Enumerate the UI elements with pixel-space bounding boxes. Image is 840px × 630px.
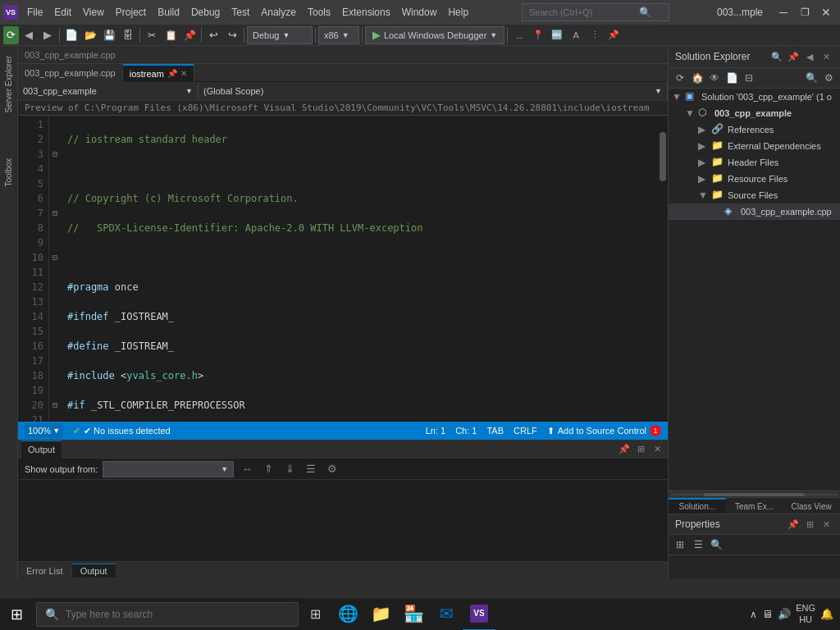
se-auto-hide-button[interactable]: ◀ [802,49,817,64]
scrollbar-thumb[interactable] [660,132,666,181]
output-tab-label[interactable]: Output [21,441,62,459]
menu-tools[interactable]: Tools [302,5,336,20]
menu-view[interactable]: View [77,5,110,20]
cut-button[interactable]: ✂ [143,26,161,44]
references-node[interactable]: ▶ 🔗 References [669,121,840,138]
new-file-button[interactable]: 📄 [62,26,80,44]
copy-button[interactable]: 📋 [162,26,180,44]
add-source-control[interactable]: ⬆ Add to Source Control 1 [547,425,661,436]
platform-dropdown[interactable]: x86▼ [318,26,359,44]
back-button[interactable]: ⟳ [3,26,19,44]
class-view-tab[interactable]: Class View [783,498,840,514]
start-button[interactable]: ⊞ [0,598,33,631]
se-pin-button[interactable]: 📌 [786,49,801,64]
run-button[interactable]: ▶ Local Windows Debugger ▼ [365,26,504,44]
save-button[interactable]: 💾 [100,26,118,44]
se-show-all-button[interactable]: 👁 [706,70,723,86]
clear-output-button[interactable]: ☰ [303,461,319,477]
properties-pin-button[interactable]: ⊞ [802,517,817,532]
toolbar-extra-6[interactable]: 📌 [605,26,623,44]
config-dropdown[interactable]: Debug▼ [247,26,313,44]
properties-close-button[interactable]: ✕ [819,517,833,532]
output-float-button[interactable]: 📌 [617,442,632,457]
menu-edit[interactable]: Edit [48,5,77,20]
tray-lang[interactable]: ENG HU [796,603,815,624]
fold-7[interactable]: ⊟ [49,206,61,221]
scope-selector[interactable]: (Global Scope) ▼ [199,82,668,100]
cpp-file-node[interactable]: ◈ 003_cpp_example.cpp [669,203,840,220]
find-output-button[interactable]: ⇑ [260,461,276,477]
menu-extensions[interactable]: Extensions [336,5,396,20]
search-taskbar[interactable]: 🔍 [36,602,299,627]
toolbar-extra-2[interactable]: 📍 [529,26,547,44]
toolbox-tab[interactable]: Toolbox [2,152,16,193]
wrap-output-button[interactable]: ↔ [239,461,255,477]
copy-output-button[interactable]: ⇓ [281,461,298,477]
prop-search-button[interactable]: 🔍 [708,536,724,553]
search-input[interactable] [529,7,636,17]
project-node[interactable]: ▼ ⬡ 003_cpp_example [669,105,840,121]
open-file-button[interactable]: 📂 [81,26,99,44]
tab-pin-icon[interactable]: 📌 [167,69,177,78]
se-search-button[interactable]: 🔍 [769,49,784,64]
zoom-selector[interactable]: 100% ▼ [25,423,63,438]
settings-output-button[interactable]: ⚙ [324,461,340,477]
se-filter-button[interactable]: 📄 [724,70,740,86]
fold-3[interactable]: ⊟ [49,147,61,162]
output-pin-button[interactable]: ⊞ [633,442,648,457]
tray-notification[interactable]: 🔔 [820,608,833,620]
header-files-node[interactable]: ▶ 📁 Header Files [669,154,840,171]
se-horizontal-scrollbar[interactable] [670,493,838,496]
resource-files-node[interactable]: ▶ 📁 Resource Files [669,171,840,187]
taskbar-app-explorer[interactable]: 📁 [364,598,397,631]
menu-build[interactable]: Build [152,5,185,20]
paste-button[interactable]: 📌 [180,26,199,44]
output-footer-tab[interactable]: Output [72,564,116,578]
source-files-node[interactable]: ▼ 📁 Source Files [669,187,840,203]
tab-iostream[interactable]: iostream 📌 ✕ [123,64,194,82]
menu-debug[interactable]: Debug [185,5,226,20]
se-close-button[interactable]: ✕ [819,49,833,64]
taskbar-app-vs[interactable]: VS [463,598,495,631]
external-dependencies-node[interactable]: ▶ 📁 External Dependencies [669,138,840,154]
redo-button[interactable]: ▶ [39,26,57,44]
undo-edit-button[interactable]: ↩ [204,26,222,44]
close-button[interactable]: ✕ [815,4,837,21]
menu-project[interactable]: Project [110,5,152,20]
minimize-button[interactable]: ─ [773,4,794,21]
se-sync-button[interactable]: ⟳ [672,70,688,86]
search-taskbar-input[interactable] [66,609,290,620]
prop-alphabetical-button[interactable]: ⊞ [672,536,688,553]
menu-file[interactable]: File [21,5,48,20]
fold-10[interactable]: ⊟ [49,250,61,265]
server-explorer-tab[interactable]: Server Explorer [2,49,16,119]
taskbar-app-store[interactable]: 🏪 [397,598,430,631]
code-content[interactable]: // iostream standard header // Copyright… [61,116,656,422]
team-explorer-tab[interactable]: Team Ex... [726,498,783,514]
output-close-button[interactable]: ✕ [650,442,664,457]
save-all-button[interactable]: 🗄 [119,26,137,44]
solution-tab[interactable]: Solution... [669,498,726,514]
se-properties-button[interactable]: 🏠 [689,70,705,86]
toolbar-extra-3[interactable]: 🔤 [548,26,566,44]
task-view-button[interactable]: ⊞ [299,598,331,631]
tab-cpp-file[interactable]: 003_cpp_example.cpp [18,64,123,82]
undo-button[interactable]: ◀ [20,26,38,44]
solution-node[interactable]: ▼ ▣ Solution '003_cpp_example' (1 o [669,89,840,105]
menu-test[interactable]: Test [226,5,255,20]
toolbar-extra-1[interactable]: ⎵ [510,26,528,44]
restore-button[interactable]: ❐ [794,4,815,21]
menu-help[interactable]: Help [442,5,474,20]
taskbar-app-mail[interactable]: ✉ [430,598,463,631]
se-settings-button[interactable]: ⚙ [820,70,837,86]
taskbar-app-edge[interactable]: 🌐 [331,598,364,631]
menu-analyze[interactable]: Analyze [255,5,302,20]
se-search-tree-button[interactable]: 🔍 [803,70,819,86]
se-collapse-button[interactable]: ⊟ [741,70,757,86]
editor-scrollbar[interactable] [656,116,668,422]
output-dropdown[interactable]: ▼ [103,461,234,477]
tray-network-icon[interactable]: 🖥 [762,608,773,620]
tray-up-arrow[interactable]: ∧ [750,609,757,620]
properties-float-button[interactable]: 📌 [786,517,801,532]
toolbar-extra-5[interactable]: ⋮ [586,26,604,44]
